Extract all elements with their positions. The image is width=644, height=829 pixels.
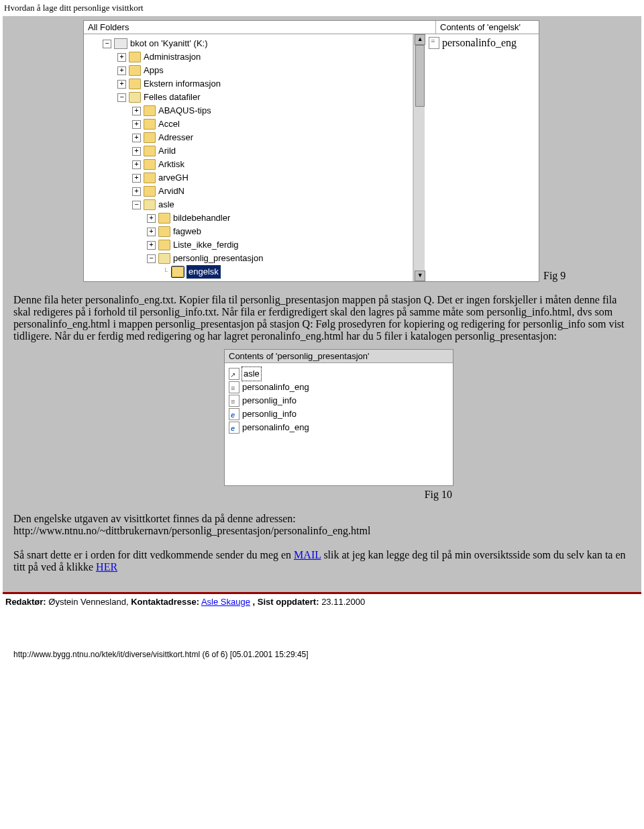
file-item[interactable]: personalinfo_eng [229, 421, 449, 434]
tree-label: Administrasjon [144, 50, 201, 64]
plus-icon[interactable]: + [132, 160, 141, 169]
file-item[interactable]: personalinfo_eng [229, 381, 449, 394]
tree-label: Accel [158, 117, 180, 131]
tree-label: asle [158, 198, 174, 211]
scroll-up-icon[interactable]: ▲ [415, 34, 425, 45]
tree-label: Felles datafiler [144, 91, 201, 104]
tree-item-selected[interactable]: └engelsk [88, 265, 413, 279]
right-panel-title: Contents of 'engelsk' [436, 21, 525, 34]
file-label: personlig_info [242, 394, 297, 407]
scroll-thumb[interactable] [415, 45, 425, 107]
plus-icon[interactable]: + [132, 134, 141, 142]
file-item[interactable]: personlig_info [229, 394, 449, 407]
file-label: personalinfo_eng [242, 421, 309, 434]
text: Den engelske utgaven av visittkortet fin… [13, 513, 296, 524]
tree-item[interactable]: +Arktisk [88, 158, 413, 171]
tree-label: Liste_ikke_ferdig [173, 238, 239, 252]
tree-label: personlig_presentasjon [173, 252, 263, 265]
file-label: asle [242, 367, 261, 381]
folder-icon [144, 159, 156, 170]
tree-item[interactable]: +Administrasjon [88, 50, 413, 64]
folder-icon [144, 105, 156, 116]
scroll-down-icon[interactable]: ▼ [415, 271, 425, 281]
tree-item[interactable]: +bildebehandler [88, 211, 413, 225]
folder-icon [144, 173, 156, 183]
plus-icon[interactable]: + [117, 80, 126, 89]
plus-icon[interactable]: + [132, 107, 141, 115]
minus-icon[interactable]: − [117, 93, 126, 102]
paragraph-1: Denne fila heter personalinfo_eng.txt. K… [13, 294, 631, 342]
plus-icon[interactable]: + [117, 66, 126, 75]
plus-icon[interactable]: + [132, 174, 141, 183]
tree-item[interactable]: +fagweb [88, 225, 413, 238]
contents-panel: personalinfo_eng [425, 34, 539, 281]
tree-item[interactable]: +Arild [88, 144, 413, 158]
folder-icon [172, 266, 184, 277]
doc-icon [229, 381, 239, 393]
plus-icon[interactable]: + [147, 228, 156, 236]
tree-label: engelsk [186, 265, 221, 279]
tree-label: Ekstern informasjon [144, 77, 221, 91]
tree-item[interactable]: +arveGH [88, 171, 413, 185]
tree-label: bkot on 'Kyanitt' (K:) [130, 37, 208, 50]
minus-icon[interactable]: − [103, 40, 111, 48]
document-icon [429, 37, 439, 49]
tree-item[interactable]: +ArvidN [88, 185, 413, 198]
tree-item[interactable]: −asle [88, 198, 413, 211]
mail-link[interactable]: MAIL [294, 549, 321, 560]
tree-label: bildebehandler [173, 211, 230, 225]
paragraph-2: Den engelske utgaven av visittkortet fin… [13, 513, 631, 537]
file-item[interactable]: personlig_info [229, 407, 449, 421]
sist-date: 23.11.2000 [319, 597, 366, 607]
tree-item[interactable]: +ABAQUS-tips [88, 104, 413, 117]
tree-root[interactable]: − bkot on 'Kyanitt' (K:) [88, 37, 413, 50]
file-label: personalinfo_eng [242, 381, 309, 394]
redaktor-name: Øystein Vennesland, [46, 597, 131, 607]
tree-item[interactable]: +Accel [88, 117, 413, 131]
tree-connector: └ [162, 265, 169, 279]
folder-icon [129, 79, 141, 89]
tree-label: Apps [144, 64, 164, 77]
file-item[interactable]: personalinfo_eng [429, 37, 535, 49]
minus-icon[interactable]: − [147, 254, 156, 263]
figure-caption: Fig 10 [224, 489, 452, 501]
ie-icon [229, 422, 239, 434]
plus-icon[interactable]: + [132, 120, 141, 129]
sist-label: , Sist oppdatert: [253, 597, 319, 607]
tree-item[interactable]: +Apps [88, 64, 413, 77]
plus-icon[interactable]: + [117, 53, 126, 62]
tree-item[interactable]: +Ekstern informasjon [88, 77, 413, 91]
folder-icon [158, 253, 170, 264]
kontakt-link[interactable]: Asle Skauge [201, 597, 250, 607]
tree-item[interactable]: +Adresser [88, 131, 413, 144]
explorer-screenshot-1: All Folders Contents of 'engelsk' − bkot… [83, 20, 539, 282]
folder-icon [158, 213, 170, 224]
url-text: http://www.ntnu.no/~dittbrukernavn/perso… [13, 525, 370, 536]
paragraph-3: Så snart dette er i orden for ditt vedko… [13, 549, 631, 573]
folder-icon [144, 146, 156, 156]
here-link[interactable]: HER [96, 561, 117, 573]
plus-icon[interactable]: + [147, 241, 156, 250]
page-url-footer: http://www.bygg.ntnu.no/ktek/it/diverse/… [0, 609, 644, 666]
folder-icon [129, 52, 141, 62]
link-icon [229, 368, 239, 380]
minus-icon[interactable]: − [132, 201, 141, 209]
figure-9-row: All Folders Contents of 'engelsk' − bkot… [9, 20, 635, 282]
footer: Redaktør: Øystein Vennesland, Kontaktadr… [0, 594, 644, 609]
redaktor-label: Redaktør: [5, 597, 46, 607]
scrollbar[interactable]: ▲ ▼ [413, 34, 425, 281]
folder-tree-panel: − bkot on 'Kyanitt' (K:) +Administrasjon… [84, 34, 413, 281]
tree-label: fagweb [173, 225, 201, 238]
plus-icon[interactable]: + [132, 187, 141, 196]
tree-item[interactable]: −Felles datafiler [88, 91, 413, 104]
plus-icon[interactable]: + [147, 214, 156, 223]
tree-item[interactable]: −personlig_presentasjon [88, 252, 413, 265]
tree-item[interactable]: +Liste_ikke_ferdig [88, 238, 413, 252]
plus-icon[interactable]: + [132, 147, 141, 156]
page-title: Hvordan å lage ditt personlige visittkor… [0, 0, 644, 16]
file-item[interactable]: asle [229, 367, 449, 381]
folder-icon [158, 226, 170, 237]
folder-icon [144, 186, 156, 197]
folder-tree[interactable]: − bkot on 'Kyanitt' (K:) +Administrasjon… [88, 37, 413, 279]
folder-icon [158, 240, 170, 250]
